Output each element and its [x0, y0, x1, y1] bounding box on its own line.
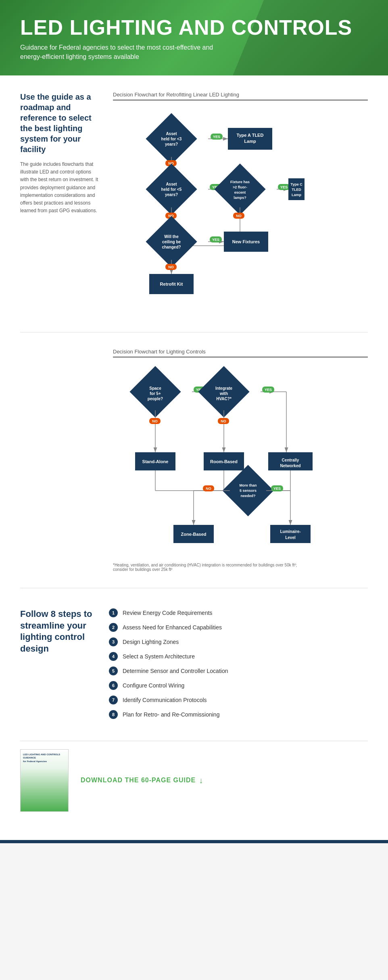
download-link[interactable]: DOWNLOAD THE 60-PAGE GUIDE ↓: [81, 776, 203, 785]
svg-text:NO: NO: [221, 419, 226, 423]
step-text: Configure Control Wiring: [123, 682, 184, 689]
flowchart1-title: Decision Flowchart for Retrofitting Line…: [113, 92, 368, 100]
svg-text:NO: NO: [168, 265, 174, 269]
svg-text:Stand-Alone: Stand-Alone: [142, 459, 169, 464]
step-text: Review Energy Code Requirements: [123, 610, 213, 616]
intro-body: The guide includes flowcharts that illus…: [20, 161, 101, 215]
svg-text:Retrofit Kit: Retrofit Kit: [160, 282, 183, 286]
steps-title: Follow 8 steps to streamline your lighti…: [20, 608, 93, 654]
svg-rect-21: [214, 163, 265, 215]
guide-thumbnail: LED LIGHTING AND CONTROLS GUIDANCE for F…: [20, 749, 69, 812]
svg-text:Room-Based: Room-Based: [210, 459, 238, 464]
section-divider-2: [20, 588, 368, 588]
svg-text:Lamp: Lamp: [244, 139, 256, 144]
svg-text:YES: YES: [213, 135, 220, 139]
svg-text:NO: NO: [236, 214, 242, 218]
svg-text:Space: Space: [149, 386, 161, 391]
svg-text:HVAC?*: HVAC?*: [216, 397, 232, 401]
step-number: 8: [109, 710, 118, 719]
svg-text:held for <5: held for <5: [161, 187, 182, 192]
step-text: Identify Communication Protocols: [123, 697, 207, 703]
svg-text:years?: years?: [165, 192, 178, 197]
download-arrow-icon: ↓: [199, 776, 203, 785]
svg-text:Fixture has: Fixture has: [230, 180, 250, 184]
flowchart2-footnote: *Heating, ventilation, and air condition…: [113, 563, 298, 572]
step-text: Design Lighting Zones: [123, 639, 179, 645]
svg-text:New Fixtures: New Fixtures: [232, 239, 260, 244]
svg-text:Asset: Asset: [166, 132, 177, 136]
svg-text:Integrate: Integrate: [215, 386, 233, 391]
svg-text:Type A TLED: Type A TLED: [237, 133, 264, 138]
svg-text:YES: YES: [212, 238, 219, 242]
step-number: 6: [109, 681, 118, 690]
svg-text:years?: years?: [165, 142, 178, 146]
svg-text:held for <3: held for <3: [161, 137, 182, 141]
page-footer: [0, 840, 388, 843]
section-intro-flowchart1: Use the guide as a roadmap and reference…: [20, 92, 368, 312]
step-text: Plan for Retro- and Re-Commissioning: [123, 711, 219, 718]
thumbnail-title: LED LIGHTING AND CONTROLS GUIDANCE for F…: [23, 753, 68, 763]
svg-text:TLED: TLED: [292, 188, 301, 192]
download-link-text: DOWNLOAD THE 60-PAGE GUIDE: [81, 777, 196, 784]
svg-text:Zone-Based: Zone-Based: [181, 532, 207, 537]
flowchart1-svg: Asset held for <3 years? YES Type A TLED…: [113, 109, 307, 310]
list-item: 1 Review Energy Code Requirements: [109, 608, 368, 617]
download-section: LED LIGHTING AND CONTROLS GUIDANCE for F…: [20, 741, 368, 824]
intro-title: Use the guide as a roadmap and reference…: [20, 92, 101, 155]
svg-text:Lamp: Lamp: [292, 193, 302, 197]
page-title: LED LIGHTING AND CONTROLS: [20, 16, 368, 39]
steps-list: 1 Review Energy Code Requirements 2 Asse…: [109, 608, 368, 725]
svg-text:NO: NO: [206, 487, 211, 491]
svg-text:Type C: Type C: [290, 182, 302, 186]
page-subtitle: Guidance for Federal agencies to select …: [20, 43, 222, 61]
step-text: Assess Need for Enhanced Capabilities: [123, 624, 222, 631]
svg-text:>2 fluor-: >2 fluor-: [233, 185, 247, 189]
main-content: Use the guide as a roadmap and reference…: [0, 75, 388, 840]
list-item: 5 Determine Sensor and Controller Locati…: [109, 667, 368, 675]
section-divider-1: [20, 332, 368, 332]
svg-text:escent: escent: [234, 190, 246, 194]
svg-text:Centrally: Centrally: [282, 458, 299, 462]
svg-text:lamps?: lamps?: [234, 196, 246, 200]
svg-text:changed?: changed?: [162, 245, 181, 249]
list-item: 6 Configure Control Wiring: [109, 681, 368, 690]
svg-text:YES: YES: [265, 388, 272, 392]
list-item: 8 Plan for Retro- and Re-Commissioning: [109, 710, 368, 719]
flowchart1-column: Decision Flowchart for Retrofitting Line…: [113, 92, 368, 312]
list-item: 4 Select a System Architecture: [109, 652, 368, 661]
svg-text:ceiling be: ceiling be: [162, 240, 181, 244]
step-number: 4: [109, 652, 118, 661]
intro-column: Use the guide as a roadmap and reference…: [20, 92, 101, 312]
step-text: Select a System Architecture: [123, 653, 195, 660]
svg-text:with: with: [219, 391, 228, 396]
svg-text:Asset: Asset: [166, 182, 177, 186]
svg-text:Level: Level: [285, 535, 296, 540]
steps-left-col: Follow 8 steps to streamline your lighti…: [20, 608, 93, 654]
svg-text:Networked: Networked: [280, 464, 300, 468]
svg-text:NO: NO: [152, 419, 158, 423]
flowchart2-wrapper: Decision Flowchart for Lighting Controls…: [113, 349, 368, 572]
list-item: 2 Assess Need for Enhanced Capabilities: [109, 623, 368, 632]
step-number: 2: [109, 623, 118, 632]
step-number: 7: [109, 696, 118, 704]
list-item: 7 Identify Communication Protocols: [109, 696, 368, 704]
svg-text:YES: YES: [273, 487, 281, 491]
step-text: Determine Sensor and Controller Location: [123, 668, 228, 674]
svg-text:5 sensors: 5 sensors: [240, 489, 257, 493]
section-flowchart2: Decision Flowchart for Lighting Controls…: [20, 341, 368, 580]
svg-text:needed?: needed?: [240, 494, 255, 498]
svg-text:YES: YES: [280, 185, 288, 189]
svg-text:Luminaire-: Luminaire-: [280, 529, 300, 534]
flowchart2-svg: Space for 5+ people? YES Integrate with …: [113, 366, 323, 559]
list-item: 3 Design Lighting Zones: [109, 637, 368, 646]
steps-section: Follow 8 steps to streamline your lighti…: [20, 596, 368, 737]
svg-text:More than: More than: [239, 483, 257, 487]
svg-text:people?: people?: [148, 397, 163, 401]
step-number: 5: [109, 667, 118, 675]
page-header: LED LIGHTING AND CONTROLS Guidance for F…: [0, 0, 388, 75]
step-number: 3: [109, 637, 118, 646]
flowchart2-title: Decision Flowchart for Lighting Controls: [113, 349, 368, 357]
svg-text:Will the: Will the: [164, 234, 179, 239]
svg-text:for 5+: for 5+: [150, 391, 161, 396]
svg-rect-104: [270, 525, 311, 543]
